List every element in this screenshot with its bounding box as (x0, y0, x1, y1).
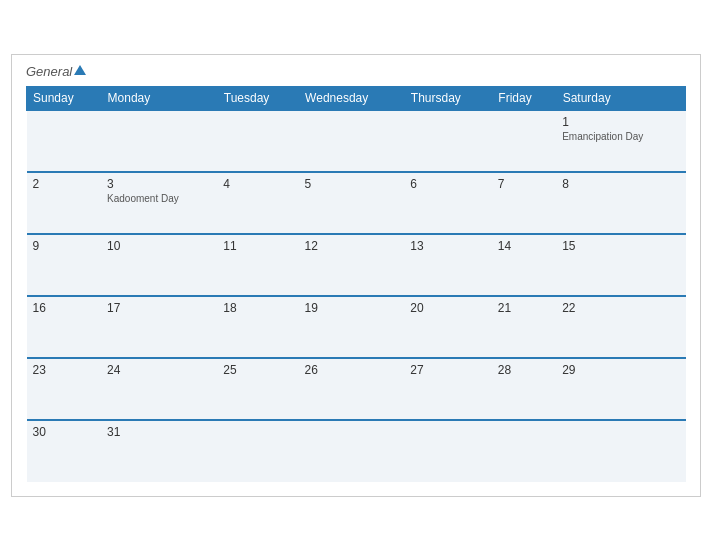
week-row-3: 9101112131415 (27, 234, 686, 296)
day-cell: 18 (217, 296, 298, 358)
day-cell: 31 (101, 420, 217, 482)
day-cell: 3Kadooment Day (101, 172, 217, 234)
day-cell (492, 110, 556, 172)
day-number: 15 (562, 239, 679, 253)
day-cell: 28 (492, 358, 556, 420)
day-number: 5 (305, 177, 399, 191)
day-cell (101, 110, 217, 172)
day-number: 27 (410, 363, 486, 377)
day-number: 6 (410, 177, 486, 191)
logo: General (26, 65, 86, 78)
day-number: 13 (410, 239, 486, 253)
weekday-header-thursday: Thursday (404, 86, 492, 110)
day-cell: 21 (492, 296, 556, 358)
calendar-table: SundayMondayTuesdayWednesdayThursdayFrid… (26, 86, 686, 482)
day-cell: 13 (404, 234, 492, 296)
day-number: 16 (33, 301, 96, 315)
day-cell: 6 (404, 172, 492, 234)
day-cell: 27 (404, 358, 492, 420)
day-cell: 5 (299, 172, 405, 234)
day-cell (217, 110, 298, 172)
day-number: 4 (223, 177, 292, 191)
day-number: 7 (498, 177, 550, 191)
week-row-2: 23Kadooment Day45678 (27, 172, 686, 234)
day-cell: 7 (492, 172, 556, 234)
day-number: 11 (223, 239, 292, 253)
week-row-5: 23242526272829 (27, 358, 686, 420)
weekday-header-saturday: Saturday (556, 86, 685, 110)
day-cell (404, 110, 492, 172)
day-number: 31 (107, 425, 211, 439)
day-number: 10 (107, 239, 211, 253)
day-number: 26 (305, 363, 399, 377)
day-number: 20 (410, 301, 486, 315)
week-row-1: 1Emancipation Day (27, 110, 686, 172)
day-cell: 2 (27, 172, 102, 234)
day-cell: 20 (404, 296, 492, 358)
day-number: 21 (498, 301, 550, 315)
day-cell: 22 (556, 296, 685, 358)
day-cell: 26 (299, 358, 405, 420)
day-cell: 4 (217, 172, 298, 234)
day-number: 9 (33, 239, 96, 253)
day-cell: 30 (27, 420, 102, 482)
event-label: Emancipation Day (562, 131, 679, 142)
day-number: 28 (498, 363, 550, 377)
day-cell (492, 420, 556, 482)
day-cell: 17 (101, 296, 217, 358)
day-number: 18 (223, 301, 292, 315)
day-cell: 15 (556, 234, 685, 296)
day-cell (27, 110, 102, 172)
day-cell (404, 420, 492, 482)
calendar-header: General (26, 65, 686, 78)
weekday-header-monday: Monday (101, 86, 217, 110)
logo-general-text: General (26, 65, 86, 78)
day-number: 30 (33, 425, 96, 439)
day-number: 2 (33, 177, 96, 191)
week-row-4: 16171819202122 (27, 296, 686, 358)
day-number: 19 (305, 301, 399, 315)
day-cell: 10 (101, 234, 217, 296)
day-number: 23 (33, 363, 96, 377)
weekday-header-row: SundayMondayTuesdayWednesdayThursdayFrid… (27, 86, 686, 110)
day-cell: 12 (299, 234, 405, 296)
day-cell: 1Emancipation Day (556, 110, 685, 172)
day-cell: 24 (101, 358, 217, 420)
weekday-header-friday: Friday (492, 86, 556, 110)
calendar-container: General SundayMondayTuesdayWednesdayThur… (11, 54, 701, 497)
day-cell: 14 (492, 234, 556, 296)
day-cell: 23 (27, 358, 102, 420)
day-number: 22 (562, 301, 679, 315)
week-row-6: 3031 (27, 420, 686, 482)
day-cell: 25 (217, 358, 298, 420)
weekday-header-sunday: Sunday (27, 86, 102, 110)
day-cell (299, 110, 405, 172)
day-cell: 16 (27, 296, 102, 358)
day-cell: 9 (27, 234, 102, 296)
day-cell (217, 420, 298, 482)
event-label: Kadooment Day (107, 193, 211, 204)
logo-flag-icon (74, 65, 86, 75)
day-number: 3 (107, 177, 211, 191)
day-number: 12 (305, 239, 399, 253)
day-cell: 29 (556, 358, 685, 420)
weekday-header-tuesday: Tuesday (217, 86, 298, 110)
day-cell (299, 420, 405, 482)
day-cell: 11 (217, 234, 298, 296)
day-number: 24 (107, 363, 211, 377)
day-number: 14 (498, 239, 550, 253)
day-cell: 19 (299, 296, 405, 358)
day-number: 1 (562, 115, 679, 129)
day-number: 29 (562, 363, 679, 377)
day-number: 25 (223, 363, 292, 377)
day-number: 8 (562, 177, 679, 191)
weekday-header-wednesday: Wednesday (299, 86, 405, 110)
day-cell: 8 (556, 172, 685, 234)
day-cell (556, 420, 685, 482)
day-number: 17 (107, 301, 211, 315)
